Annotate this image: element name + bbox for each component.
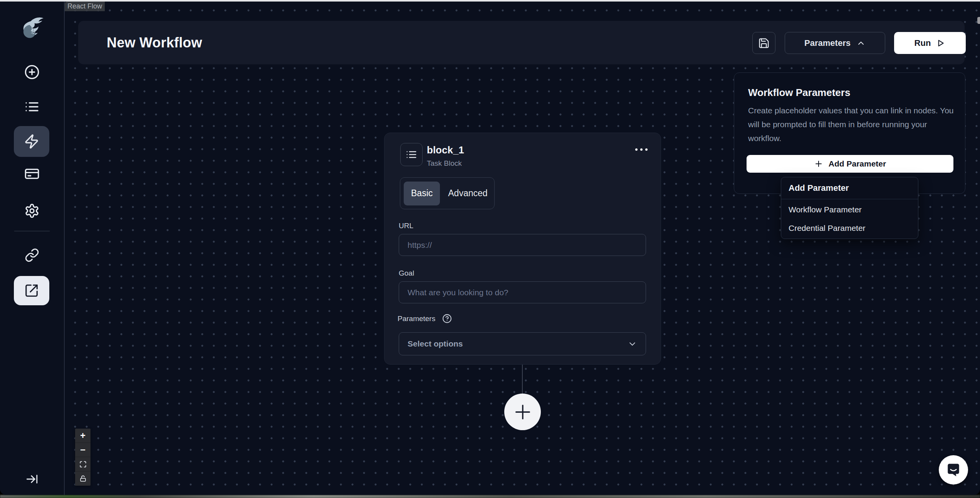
run-button-label: Run	[915, 38, 931, 48]
workflow-header-bar: New Workflow Parameters Run	[78, 21, 965, 64]
page-title: New Workflow	[107, 21, 202, 64]
parameters-label: Parameters	[398, 315, 435, 323]
block-type-label: Task Block	[427, 159, 462, 168]
sidebar-item-billing[interactable]	[24, 166, 40, 182]
block-tabs: Basic Advanced	[400, 177, 495, 209]
sidebar-item-create[interactable]	[24, 64, 40, 80]
sidebar-item-workflows[interactable]	[14, 126, 49, 157]
react-flow-attribution[interactable]: React Flow	[65, 2, 105, 11]
sidebar-item-integrations[interactable]	[24, 247, 40, 263]
edge-connector	[522, 365, 523, 394]
lock-toggle-button[interactable]	[75, 471, 91, 486]
goal-input[interactable]	[399, 281, 646, 303]
lock-open-icon	[80, 475, 86, 482]
dot	[635, 148, 638, 151]
sidebar-expand-button[interactable]	[24, 471, 40, 487]
menu-header: Add Parameter	[781, 177, 918, 199]
skyvern-app-window: New Workflow Parameters Run	[0, 2, 980, 495]
save-icon	[758, 37, 770, 49]
zap-icon	[24, 134, 39, 149]
credit-card-icon	[24, 166, 40, 182]
add-parameter-button[interactable]: Add Parameter	[747, 155, 953, 173]
select-placeholder: Select options	[408, 339, 463, 348]
dot	[645, 148, 648, 151]
parameters-button-label: Parameters	[804, 38, 851, 48]
goal-label: Goal	[399, 269, 414, 278]
plus-icon	[814, 159, 823, 168]
arrow-right-to-line-icon	[25, 473, 39, 486]
chevron-up-icon	[856, 39, 866, 48]
zoom-out-button[interactable]: −	[75, 443, 91, 457]
zoom-in-button[interactable]: +	[75, 429, 91, 443]
add-block-button[interactable]	[504, 394, 541, 430]
tab-basic[interactable]: Basic	[404, 182, 440, 205]
fit-view-icon	[79, 461, 87, 468]
sidebar-item-runs[interactable]	[24, 99, 40, 114]
panel-title: Workflow Parameters	[748, 87, 850, 99]
menu-item-credential-parameter[interactable]: Credential Parameter	[781, 219, 918, 237]
parameters-field-header: Parameters	[398, 314, 452, 323]
sidebar-item-external[interactable]	[14, 276, 49, 305]
block-icon-box	[400, 143, 423, 166]
list-icon	[24, 99, 40, 114]
plus-icon	[513, 402, 533, 422]
panel-description: Create placeholder values that you can l…	[748, 104, 955, 145]
link-icon	[25, 248, 39, 262]
help-circle-icon[interactable]	[442, 314, 452, 323]
block-menu-button[interactable]	[633, 145, 650, 155]
sidebar	[0, 2, 64, 495]
sidebar-divider	[14, 231, 50, 231]
task-block-node[interactable]: block_1 Task Block Basic Advanced URL Go…	[384, 133, 661, 365]
fit-view-button[interactable]	[75, 457, 91, 471]
list-icon	[406, 149, 417, 160]
block-title: block_1	[427, 144, 464, 156]
add-parameter-label: Add Parameter	[829, 159, 886, 168]
play-icon	[935, 38, 945, 48]
url-label: URL	[399, 222, 413, 230]
desktop-background	[0, 495, 980, 498]
sidebar-item-settings[interactable]	[24, 203, 40, 219]
workflow-parameters-panel: Workflow Parameters Create placeholder v…	[734, 72, 965, 194]
menu-item-workflow-parameter[interactable]: Workflow Parameter	[781, 200, 918, 219]
support-chat-button[interactable]	[939, 455, 968, 485]
save-button[interactable]	[752, 32, 775, 54]
workflow-canvas[interactable]: New Workflow Parameters Run	[64, 2, 980, 495]
skyvern-logo[interactable]	[18, 16, 45, 41]
parameters-select[interactable]: Select options	[399, 332, 646, 355]
dragon-logo-icon	[18, 16, 45, 41]
chat-bubble-icon	[945, 462, 962, 478]
external-link-icon	[24, 283, 39, 298]
url-input[interactable]	[399, 234, 646, 256]
chevron-down-icon	[628, 339, 637, 349]
parameters-toggle-button[interactable]: Parameters	[785, 32, 885, 54]
gear-icon	[24, 203, 40, 219]
add-parameter-menu: Add Parameter Workflow Parameter Credent…	[781, 177, 918, 239]
window-edge-notch	[977, 17, 980, 24]
dot	[640, 148, 643, 151]
canvas-controls: + −	[75, 429, 91, 486]
plus-circle-icon	[24, 64, 40, 80]
tab-advanced[interactable]: Advanced	[441, 182, 495, 205]
run-button[interactable]: Run	[894, 32, 966, 54]
menu-divider	[781, 199, 918, 199]
